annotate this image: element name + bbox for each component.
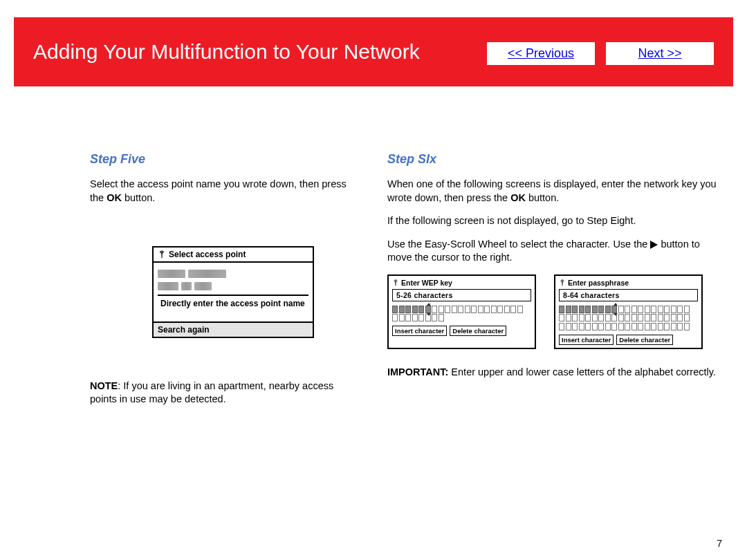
passphrase-input-hint: 8-64 characters	[559, 289, 698, 301]
mini-lcd-actions: Insert character Delete character	[392, 326, 531, 336]
text: button.	[122, 192, 155, 203]
blurred-text	[181, 282, 192, 290]
text: Use the Easy-Scroll Wheel to select the …	[387, 239, 650, 250]
header-bar: Adding Your Multifunction to Your Networ…	[14, 17, 733, 86]
character-grid	[392, 306, 531, 322]
svg-point-1	[395, 281, 396, 283]
ok-label: OK	[107, 192, 122, 203]
next-button[interactable]: Next >>	[606, 42, 714, 65]
step-six-heading: Step SIx	[387, 152, 719, 167]
delete-character-button: Delete character	[450, 326, 506, 336]
step-six-paragraph-2: If the following screen is not displayed…	[387, 214, 719, 228]
page-number: 7	[717, 538, 722, 549]
step-six-important: IMPORTANT: Enter upper and lower case le…	[387, 366, 719, 380]
title-text: Enter WEP key	[401, 279, 452, 287]
note-label: NOTE	[90, 380, 118, 391]
lcd-body: Directly enter the access point name	[154, 263, 313, 321]
lcd-select-access-point: Select access point Directly enter the a…	[152, 246, 314, 337]
insert-character-button: Insert character	[392, 326, 447, 336]
content-area: Step Five Select the access point name y…	[90, 152, 719, 532]
lcd-enter-passphrase: Enter passphrase 8-64 characters	[554, 274, 703, 349]
mini-lcd-title: Enter WEP key	[392, 279, 531, 287]
char-row	[392, 314, 531, 321]
character-grid	[559, 306, 698, 330]
step-six-paragraph-3: Use the Easy-Scroll Wheel to select the …	[387, 238, 719, 265]
nav-buttons: << Previous Next >>	[487, 39, 714, 65]
ok-label: OK	[510, 192, 526, 203]
char-row	[392, 306, 531, 313]
blurred-text	[158, 282, 178, 290]
step-five-paragraph: Select the access point name you wrote d…	[90, 178, 360, 205]
blurred-text	[188, 270, 226, 278]
char-row	[559, 314, 698, 321]
insert-character-button: Insert character	[559, 335, 614, 345]
svg-point-0	[161, 253, 163, 254]
lcd-title: Select access point	[169, 250, 246, 259]
delete-character-button: Delete character	[616, 335, 673, 345]
page-title: Adding Your Multifunction to Your Networ…	[33, 40, 487, 64]
important-text: Enter upper and lower case letters of th…	[448, 366, 716, 377]
note-text: : If you are living in an apartment, nea…	[90, 380, 333, 405]
important-label: IMPORTANT:	[387, 366, 448, 377]
access-point-row	[158, 270, 308, 278]
right-arrow-icon	[650, 241, 658, 249]
svg-point-2	[562, 281, 563, 283]
step-five-heading: Step Five	[90, 152, 360, 167]
antenna-icon	[392, 279, 399, 286]
step-six-paragraph-1: When one of the following screens is dis…	[387, 178, 719, 205]
document-page: Adding Your Multifunction to Your Networ…	[0, 0, 747, 560]
antenna-icon	[158, 250, 166, 259]
column-step-six: Step SIx When one of the following scree…	[387, 152, 719, 532]
blurred-text	[194, 282, 212, 290]
text: button.	[526, 192, 559, 203]
lcd-direct-entry: Directly enter the access point name	[158, 295, 308, 318]
lcd-header: Select access point	[154, 248, 313, 263]
antenna-icon	[559, 279, 566, 286]
previous-button[interactable]: << Previous	[487, 42, 595, 65]
lcd-entry-screens: Enter WEP key 5-26 characters Insert cha…	[387, 274, 719, 349]
lcd-enter-wep-key: Enter WEP key 5-26 characters Insert cha…	[387, 274, 536, 349]
mini-lcd-title: Enter passphrase	[559, 279, 698, 287]
column-step-five: Step Five Select the access point name y…	[90, 152, 360, 532]
lcd-search-again: Search again	[154, 321, 313, 337]
char-row	[559, 306, 698, 313]
mini-lcd-actions: Insert character Delete character	[559, 335, 698, 345]
title-text: Enter passphrase	[568, 279, 629, 287]
char-row	[559, 323, 698, 330]
access-point-row	[158, 282, 308, 290]
step-five-note: NOTE: If you are living in an apartment,…	[90, 380, 360, 407]
wep-input-hint: 5-26 characters	[392, 289, 531, 301]
blurred-text	[158, 270, 185, 278]
